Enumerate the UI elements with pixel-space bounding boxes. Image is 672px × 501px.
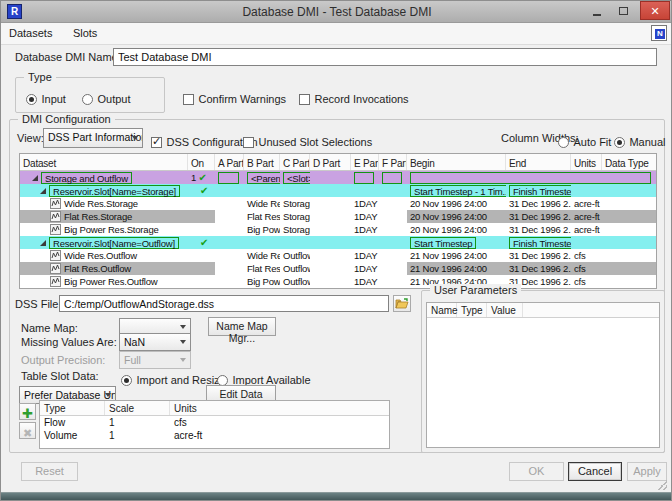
chevron-down-icon bbox=[132, 136, 138, 140]
apply-button[interactable]: Apply bbox=[627, 462, 667, 481]
reset-button[interactable]: Reset bbox=[21, 462, 78, 481]
radio-input-circle bbox=[26, 94, 37, 105]
missing-values-combobox[interactable]: NaN bbox=[119, 333, 191, 351]
dmi-name-input[interactable] bbox=[113, 48, 657, 66]
end-box[interactable]: Finish Timestep bbox=[509, 185, 571, 197]
slot-name: Wide Res.Storage bbox=[64, 198, 138, 209]
col-e-part[interactable]: E Part bbox=[351, 154, 379, 170]
type-group-label: Type bbox=[24, 71, 56, 83]
table-row-group[interactable]: Reservoir.Slot[Name=Outflow] ✔ Start Tim… bbox=[20, 236, 656, 249]
col-a-part[interactable]: A Part bbox=[215, 154, 244, 170]
delete-icon: ✖ bbox=[23, 427, 32, 439]
delete-unit-row-button[interactable]: ✖ bbox=[19, 422, 36, 439]
resize-grip-icon[interactable] bbox=[657, 480, 667, 490]
col-f-part[interactable]: F Part bbox=[379, 154, 407, 170]
dataset-name[interactable]: Storage and Outflow bbox=[41, 172, 132, 184]
radio-output-circle bbox=[82, 94, 93, 105]
b-part-box[interactable]: <Parent> bbox=[247, 172, 280, 184]
checkbox-record-invocations[interactable]: Record Invocations bbox=[299, 89, 409, 107]
ok-button[interactable]: OK bbox=[509, 462, 564, 481]
browse-dss-file-button[interactable] bbox=[393, 295, 411, 312]
user-parameters-groupbox: User Parameters Name Type Value bbox=[421, 290, 665, 453]
col-c-part[interactable]: C Part bbox=[280, 154, 310, 170]
c-part-box[interactable]: <Slot> bbox=[283, 172, 310, 184]
table-row-slot[interactable]: Big Power Res.Outflow Big Power Outflow … bbox=[20, 275, 656, 288]
missing-values-label: Missing Values Are: bbox=[21, 336, 117, 348]
user-parameters-label: User Parameters bbox=[430, 284, 521, 296]
col-units[interactable]: Units bbox=[571, 154, 602, 170]
checkbox-dss-configuration[interactable]: DSS Configuration bbox=[151, 132, 258, 150]
record-invocations-box bbox=[299, 94, 310, 105]
expander-icon[interactable] bbox=[32, 175, 38, 181]
maximize-button[interactable] bbox=[614, 4, 633, 19]
check-icon: ✔ bbox=[200, 237, 208, 248]
radio-auto-fit[interactable]: Auto Fit bbox=[558, 132, 611, 150]
minimize-icon bbox=[593, 14, 601, 16]
maximize-icon bbox=[619, 7, 628, 15]
table-row-slot[interactable]: Big Power Res.Storage Big Power Storage … bbox=[20, 223, 656, 236]
view-combobox[interactable]: DSS Part Information bbox=[43, 128, 143, 148]
checkbox-unused-slot-selections[interactable]: Unused Slot Selections bbox=[243, 132, 372, 150]
table-row-slot[interactable]: Wide Res.Storage Wide Res Storage 1DAY 2… bbox=[20, 197, 656, 210]
table-row-slot-selected[interactable]: Flat Res.Storage Flat Res Storage 1DAY 2… bbox=[20, 210, 656, 223]
cancel-button[interactable]: Cancel bbox=[568, 462, 622, 481]
col-data-type[interactable]: Data Type bbox=[602, 154, 656, 170]
table-row-slot[interactable]: Wide Res.Outflow Wide Res Outflow 1DAY 2… bbox=[20, 249, 656, 262]
app-icon: R bbox=[7, 4, 22, 19]
chevron-down-icon bbox=[105, 393, 111, 397]
name-map-mgr-button[interactable]: Name Map Mgr... bbox=[208, 317, 276, 336]
begin-box[interactable]: Start Timestep bbox=[410, 237, 476, 249]
col-begin[interactable]: Begin bbox=[407, 154, 506, 170]
expander-icon[interactable] bbox=[40, 240, 46, 246]
table-row-group[interactable]: Reservoir.Slot[Name=Storage] ✔ Start Tim… bbox=[20, 184, 656, 197]
radio-input[interactable]: Input bbox=[26, 89, 66, 107]
close-button[interactable]: ✕ bbox=[640, 1, 670, 20]
group-name[interactable]: Reservoir.Slot[Name=Outflow] bbox=[49, 237, 179, 249]
group-name[interactable]: Reservoir.Slot[Name=Storage] bbox=[49, 185, 180, 197]
dmi-icon-glyph: N bbox=[655, 29, 665, 39]
begin-end-box[interactable] bbox=[410, 172, 651, 184]
col-dataset[interactable]: Dataset bbox=[20, 154, 188, 170]
unit-table-row[interactable]: Flow 1 cfs bbox=[40, 416, 389, 429]
col-on[interactable]: On bbox=[188, 154, 215, 170]
menu-bar: Datasets Slots N bbox=[1, 23, 672, 45]
col-d-part[interactable]: D Part bbox=[310, 154, 351, 170]
confirm-warnings-box bbox=[183, 94, 194, 105]
dss-file-input[interactable] bbox=[59, 295, 389, 312]
menu-slots[interactable]: Slots bbox=[65, 23, 105, 39]
slot-icon bbox=[50, 250, 61, 261]
table-row-dataset[interactable]: Storage and Outflow 1 ✔ <Parent> <Slot> bbox=[20, 171, 656, 184]
radio-manual[interactable]: Manual bbox=[614, 132, 666, 150]
a-part-box[interactable] bbox=[218, 172, 239, 184]
title-bar[interactable]: R Database DMI - Test Database DMI ✕ bbox=[1, 1, 672, 23]
database-dmi-dialog: R Database DMI - Test Database DMI ✕ Dat… bbox=[0, 0, 672, 501]
window-bottom-border bbox=[1, 492, 672, 500]
unit-table-row[interactable]: Volume 1 acre-ft bbox=[40, 429, 389, 442]
f-part-box[interactable] bbox=[382, 172, 402, 184]
menu-datasets[interactable]: Datasets bbox=[1, 23, 60, 39]
unit-col-scale: Scale bbox=[105, 401, 170, 415]
minimize-button[interactable] bbox=[588, 4, 607, 19]
checkbox-confirm-warnings[interactable]: Confirm Warnings bbox=[183, 89, 286, 107]
param-col-name: Name bbox=[427, 303, 457, 317]
col-b-part[interactable]: B Part bbox=[244, 154, 280, 170]
radio-output[interactable]: Output bbox=[82, 89, 130, 107]
unit-table-header: Type Scale Units bbox=[40, 401, 389, 416]
end-box[interactable]: Finish Timestep bbox=[509, 237, 571, 249]
e-part-box[interactable] bbox=[354, 172, 374, 184]
expander-icon[interactable] bbox=[40, 188, 46, 194]
user-parameters-table[interactable]: Name Type Value bbox=[426, 302, 660, 448]
import-and-resize-circle bbox=[121, 375, 132, 386]
slot-name: Flat Res.Storage bbox=[64, 211, 132, 222]
unit-col-units: Units bbox=[170, 401, 389, 415]
tree-header-row: Dataset On A Part B Part C Part D Part E… bbox=[20, 154, 656, 171]
slot-name: Flat Res.Outflow bbox=[64, 263, 131, 274]
col-end[interactable]: End bbox=[506, 154, 571, 170]
slot-icon bbox=[50, 198, 61, 209]
add-unit-row-button[interactable]: ✚ bbox=[19, 403, 36, 420]
begin-box[interactable]: Start Timestep - 1 Tim... bbox=[410, 185, 506, 197]
table-row-slot-selected[interactable]: Flat Res.Outflow Flat Res Outflow 1DAY 2… bbox=[20, 262, 656, 275]
name-map-label: Name Map: bbox=[21, 322, 78, 334]
check-icon: ✔ bbox=[199, 172, 207, 183]
chevron-down-icon bbox=[180, 340, 186, 344]
